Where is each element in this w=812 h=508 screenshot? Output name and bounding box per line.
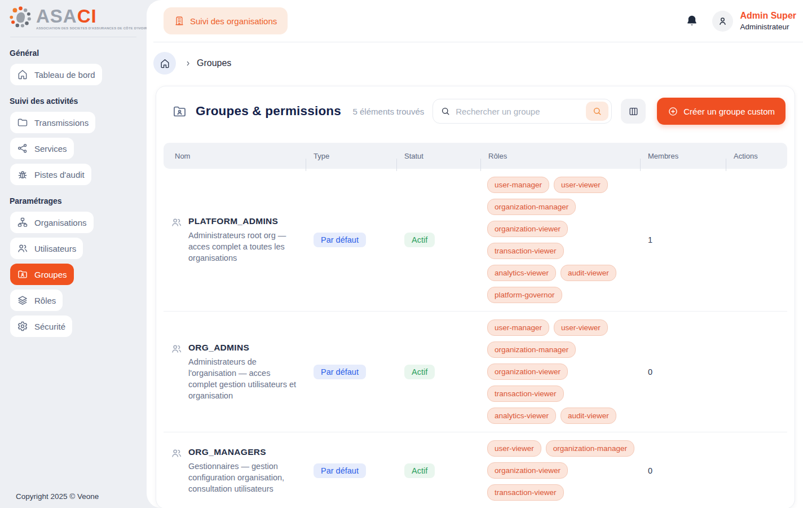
sidebar-nav: GénéralTableau de bordSuivi des activité… bbox=[0, 37, 147, 341]
gear-icon bbox=[17, 321, 28, 332]
role-tag: organization-manager bbox=[487, 199, 576, 215]
columns-toggle-button[interactable] bbox=[621, 99, 646, 124]
group-name: ORG_ADMINS bbox=[188, 343, 300, 353]
role-tag: user-viewer bbox=[554, 319, 608, 336]
role-tag: analytics-viewer bbox=[487, 265, 556, 281]
sidebar-item-label: Rôles bbox=[34, 296, 56, 305]
role-tag: user-viewer bbox=[487, 440, 541, 457]
sidebar-item-label: Tableau de bord bbox=[34, 70, 95, 80]
chevron-right-icon bbox=[184, 59, 192, 68]
breadcrumb-home-button[interactable] bbox=[153, 52, 176, 75]
users-icon bbox=[171, 448, 182, 459]
type-badge: Par défaut bbox=[314, 463, 366, 478]
org-tracking-chip-label: Suivi des organisations bbox=[190, 16, 277, 26]
sidebar-item-transmissions[interactable]: Transmissions bbox=[10, 112, 95, 133]
sidebar-item-tableau-de-bord[interactable]: Tableau de bord bbox=[10, 64, 102, 85]
role-tag: organization-viewer bbox=[487, 364, 568, 380]
group-description: Administrateurs de l'organisation — acce… bbox=[188, 356, 300, 401]
role-tag: organization-viewer bbox=[487, 221, 568, 237]
search-icon bbox=[440, 106, 451, 116]
sidebar-item-label: Utilisateurs bbox=[34, 244, 76, 253]
roles-list: user-manageruser-viewerorganization-mana… bbox=[480, 312, 640, 432]
person-icon bbox=[717, 15, 729, 27]
status-badge: Actif bbox=[404, 463, 435, 478]
sidebar-item-groupes[interactable]: Groupes bbox=[10, 264, 74, 285]
role-tag: audit-viewer bbox=[561, 408, 616, 424]
role-tag: organization-manager bbox=[546, 440, 634, 457]
sidebar-item-pistes-d-audit[interactable]: Pistes d'audit bbox=[10, 164, 91, 185]
sidebar-item-label: Services bbox=[34, 144, 67, 154]
role-tag: organization-manager bbox=[487, 341, 576, 358]
logo-text: ASACI ASSOCIATION DES SOCIETES D'ASSURAN… bbox=[36, 7, 149, 30]
table-row[interactable]: ORG_MANAGERSGestionnaires — gestion conf… bbox=[164, 432, 787, 508]
card-header: Groupes & permissions 5 éléments trouvés… bbox=[156, 86, 795, 136]
users-icon bbox=[171, 343, 182, 354]
plus-circle-icon bbox=[668, 106, 678, 117]
logo-ci: CI bbox=[77, 6, 97, 27]
role-tag: analytics-viewer bbox=[487, 408, 556, 424]
role-tag: user-manager bbox=[487, 177, 549, 193]
search-input[interactable] bbox=[456, 107, 581, 116]
notifications-bell-icon[interactable] bbox=[685, 14, 699, 28]
sidebar-item-services[interactable]: Services bbox=[10, 138, 74, 159]
search-box bbox=[433, 99, 612, 124]
sidebar-section-label: Suivi des activités bbox=[10, 97, 147, 106]
search-submit-button[interactable] bbox=[586, 102, 608, 121]
users-icon bbox=[17, 243, 28, 254]
table-header: NomTypeStatutRôlesMembresActions bbox=[164, 143, 787, 169]
actions-cell bbox=[726, 312, 787, 432]
users-icon bbox=[171, 217, 182, 228]
sidebar-item-label: Sécurité bbox=[34, 322, 65, 331]
column-header-type: Type bbox=[306, 152, 396, 160]
table-row[interactable]: PLATFORM_ADMINSAdministrateurs root org … bbox=[164, 169, 787, 311]
breadcrumb-current: Groupes bbox=[197, 58, 231, 68]
role-tag: audit-viewer bbox=[561, 265, 616, 281]
columns-icon bbox=[628, 106, 639, 117]
asaci-logo-emblem bbox=[8, 6, 34, 32]
column-header-nom: Nom bbox=[164, 152, 306, 160]
role-tag: user-manager bbox=[487, 319, 549, 336]
create-group-button[interactable]: Créer un groupe custom bbox=[657, 98, 785, 125]
role-tag: transaction-viewer bbox=[487, 386, 564, 402]
members-count: 0 bbox=[640, 466, 726, 475]
column-header-roles: Rôles bbox=[480, 152, 640, 160]
logo-row: ASACI ASSOCIATION DES SOCIETES D'ASSURAN… bbox=[0, 0, 147, 37]
avatar[interactable] bbox=[712, 11, 733, 32]
search-icon bbox=[592, 106, 602, 116]
home-icon bbox=[160, 58, 170, 69]
main-panel: Suivi des organisations Admin Super Admi… bbox=[147, 0, 812, 508]
table-body: PLATFORM_ADMINSAdministrateurs root org … bbox=[164, 169, 787, 508]
role-tag: platform-governor bbox=[487, 287, 562, 303]
home-icon bbox=[17, 69, 28, 80]
sidebar-item-label: Groupes bbox=[34, 270, 67, 279]
column-header-membres: Membres bbox=[640, 152, 726, 160]
bug-icon bbox=[17, 169, 28, 180]
type-badge: Par défaut bbox=[314, 365, 366, 379]
members-count: 1 bbox=[640, 235, 726, 244]
column-header-actions: Actions bbox=[726, 152, 787, 160]
breadcrumb: Groupes bbox=[147, 42, 812, 82]
group-name: ORG_MANAGERS bbox=[188, 447, 300, 457]
role-tag: user-viewer bbox=[554, 177, 608, 193]
topbar: Suivi des organisations Admin Super Admi… bbox=[153, 0, 803, 42]
actions-cell bbox=[726, 169, 787, 311]
sidebar-item-label: Organisations bbox=[34, 218, 87, 227]
sidebar-item-securite[interactable]: Sécurité bbox=[10, 316, 72, 337]
hierarchy-icon bbox=[17, 217, 28, 228]
sidebar-item-organisations[interactable]: Organisations bbox=[10, 212, 94, 233]
groups-card: Groupes & permissions 5 éléments trouvés… bbox=[156, 86, 795, 508]
sidebar-item-label: Pistes d'audit bbox=[34, 170, 85, 179]
group-description: Gestionnaires — gestion configuration or… bbox=[188, 461, 300, 494]
roles-list: user-viewerorganization-managerorganizat… bbox=[480, 432, 640, 508]
sidebar-section-label: Général bbox=[10, 49, 147, 58]
status-badge: Actif bbox=[404, 365, 435, 379]
members-count: 0 bbox=[640, 367, 726, 376]
sidebar-item-roles[interactable]: Rôles bbox=[10, 290, 63, 311]
org-tracking-chip[interactable]: Suivi des organisations bbox=[164, 7, 288, 34]
logo-asa: ASA bbox=[36, 6, 77, 27]
page-title: Groupes & permissions bbox=[196, 104, 341, 119]
user-block[interactable]: Admin Super Administrateur bbox=[740, 10, 796, 32]
user-name: Admin Super bbox=[740, 10, 796, 21]
table-row[interactable]: ORG_ADMINSAdministrateurs de l'organisat… bbox=[164, 311, 787, 432]
sidebar-item-utilisateurs[interactable]: Utilisateurs bbox=[10, 238, 83, 259]
